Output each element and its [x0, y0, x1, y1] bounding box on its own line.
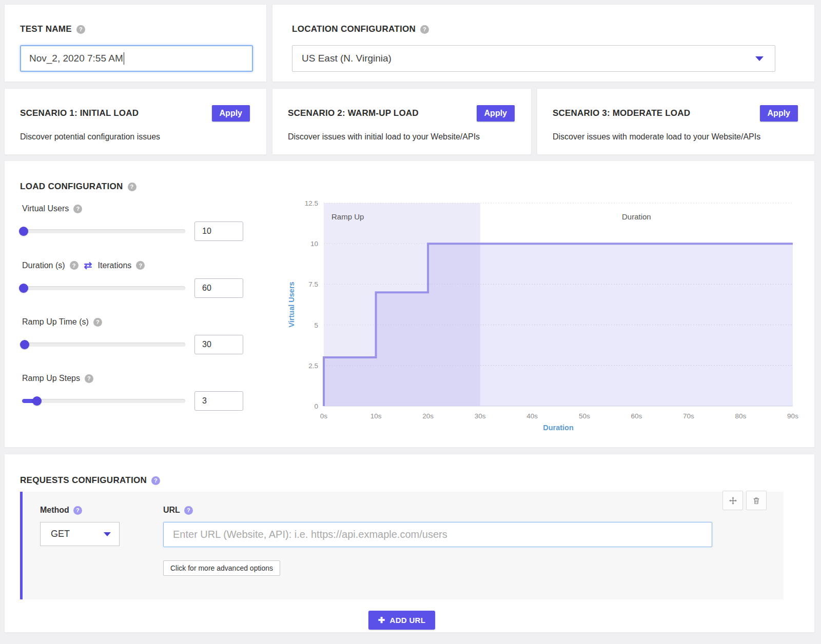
virtual-users-input[interactable] [194, 222, 243, 241]
svg-text:0s: 0s [320, 412, 328, 420]
scenario-1-card: SCENARIO 1: INITIAL LOAD Apply Discover … [4, 88, 267, 155]
ramp-up-time-group: Ramp Up Time (s) ? [22, 317, 261, 354]
requests-configuration-card: REQUESTS CONFIGURATION ? Method ? GET [4, 454, 815, 633]
scenario-3-title: SCENARIO 3: MODERATE LOAD [553, 108, 690, 118]
location-label: LOCATION CONFIGURATION [292, 24, 416, 34]
help-icon[interactable]: ? [128, 183, 136, 191]
duration-slider[interactable] [22, 284, 185, 293]
text-cursor-icon [124, 52, 125, 65]
url-label: URL [163, 506, 180, 515]
chevron-down-icon [755, 56, 764, 61]
help-icon[interactable]: ? [93, 318, 102, 327]
test-name-input[interactable]: Nov_2, 2020 7:55 AM [20, 45, 253, 72]
move-request-button[interactable] [722, 491, 743, 510]
svg-text:Duration: Duration [622, 212, 651, 221]
duration-label: Duration (s) [22, 261, 65, 270]
virtual-users-label: Virtual Users [22, 204, 69, 213]
scenario-1-apply-button[interactable]: Apply [212, 105, 250, 122]
top-row: TEST NAME ? Nov_2, 2020 7:55 AM LOCATION… [4, 4, 815, 82]
url-input[interactable] [163, 522, 712, 547]
slider-thumb[interactable] [32, 396, 42, 406]
scenario-3-apply-button[interactable]: Apply [760, 105, 798, 122]
add-url-label: ADD URL [390, 616, 426, 625]
ramp-up-time-label: Ramp Up Time (s) [22, 317, 89, 327]
requests-configuration-label: REQUESTS CONFIGURATION [20, 475, 147, 486]
svg-text:20s: 20s [422, 412, 434, 420]
ramp-up-steps-slider[interactable] [22, 396, 185, 406]
load-configuration-card: LOAD CONFIGURATION ? Virtual Users ? [4, 160, 815, 448]
help-icon[interactable]: ? [151, 476, 160, 485]
help-icon[interactable]: ? [420, 25, 429, 34]
virtual-users-slider[interactable] [22, 227, 185, 236]
delete-request-button[interactable] [746, 491, 767, 510]
duration-input[interactable] [194, 278, 243, 298]
load-configuration-label: LOAD CONFIGURATION [20, 182, 123, 192]
slider-thumb[interactable] [19, 227, 28, 236]
request-row: Method ? GET URL ? [20, 492, 784, 599]
svg-text:70s: 70s [683, 412, 694, 420]
ramp-up-steps-label: Ramp Up Steps [22, 374, 80, 383]
svg-text:40s: 40s [526, 412, 538, 420]
ramp-up-time-slider[interactable] [22, 340, 185, 349]
svg-text:Duration: Duration [543, 424, 574, 432]
method-value: GET [51, 529, 70, 539]
load-profile-chart: 02.557.51012.50s10s20s30s40s50s60s70s80s… [286, 195, 799, 437]
move-icon [729, 496, 737, 505]
ramp-up-steps-group: Ramp Up Steps ? [22, 374, 261, 411]
load-sliders: Virtual Users ? Duration (s) ? [20, 204, 261, 437]
load-test-configuration-page: TEST NAME ? Nov_2, 2020 7:55 AM LOCATION… [0, 0, 821, 633]
ramp-up-steps-input[interactable] [194, 391, 243, 411]
slider-thumb[interactable] [20, 340, 29, 349]
scenario-3-card: SCENARIO 3: MODERATE LOAD Apply Discover… [537, 88, 815, 155]
svg-text:30s: 30s [475, 412, 486, 420]
load-configuration-heading: LOAD CONFIGURATION ? [20, 182, 799, 192]
svg-text:60s: 60s [631, 412, 642, 420]
location-value: US East (N. Virginia) [302, 53, 392, 64]
add-url-button[interactable]: ✚ ADD URL [368, 611, 435, 630]
svg-text:Virtual Users: Virtual Users [287, 281, 296, 327]
requests-configuration-heading: REQUESTS CONFIGURATION ? [20, 475, 784, 486]
help-icon[interactable]: ? [76, 25, 85, 34]
test-name-label: TEST NAME [20, 24, 72, 34]
help-icon[interactable]: ? [70, 261, 79, 270]
slider-thumb[interactable] [19, 284, 28, 293]
help-icon[interactable]: ? [184, 506, 193, 515]
scenario-2-title: SCENARIO 2: WARM-UP LOAD [288, 108, 419, 118]
svg-text:2.5: 2.5 [308, 362, 318, 370]
help-icon[interactable]: ? [85, 374, 93, 383]
svg-text:Ramp Up: Ramp Up [331, 212, 364, 221]
svg-text:10: 10 [310, 240, 318, 248]
scenario-2-description: Discover issues with initial load to you… [288, 132, 515, 142]
svg-text:5: 5 [314, 321, 318, 329]
trash-icon [752, 496, 760, 505]
chart-canvas: 02.557.51012.50s10s20s30s40s50s60s70s80s… [286, 195, 799, 435]
svg-text:0: 0 [314, 402, 318, 410]
location-configuration-card: LOCATION CONFIGURATION ? US East (N. Vir… [272, 4, 815, 82]
advanced-options-button[interactable]: Click for more advanced options [163, 560, 280, 576]
swap-icon[interactable]: ⇄ [84, 260, 92, 270]
scenario-2-apply-button[interactable]: Apply [477, 105, 515, 122]
help-icon[interactable]: ? [73, 506, 82, 515]
virtual-users-group: Virtual Users ? [22, 204, 261, 241]
test-name-heading: TEST NAME ? [20, 24, 253, 34]
ramp-up-time-input[interactable] [194, 335, 243, 354]
iterations-label: Iterations [98, 261, 132, 270]
location-select[interactable]: US East (N. Virginia) [292, 45, 775, 72]
scenario-3-description: Discover issues with moderate load to yo… [553, 132, 798, 142]
test-name-card: TEST NAME ? Nov_2, 2020 7:55 AM [4, 4, 267, 82]
test-name-value: Nov_2, 2020 7:55 AM [29, 53, 123, 64]
method-select[interactable]: GET [40, 522, 120, 546]
scenario-1-title: SCENARIO 1: INITIAL LOAD [20, 108, 139, 118]
method-label: Method [40, 506, 69, 515]
chevron-down-icon [104, 532, 111, 536]
svg-text:90s: 90s [787, 412, 798, 420]
svg-text:10s: 10s [370, 412, 382, 420]
svg-text:50s: 50s [579, 412, 590, 420]
scenario-2-card: SCENARIO 2: WARM-UP LOAD Apply Discover … [272, 88, 532, 155]
scenario-row: SCENARIO 1: INITIAL LOAD Apply Discover … [4, 88, 815, 155]
location-heading: LOCATION CONFIGURATION ? [292, 24, 775, 34]
help-icon[interactable]: ? [73, 205, 82, 213]
duration-group: Duration (s) ? ⇄ Iterations ? [22, 260, 261, 298]
svg-text:7.5: 7.5 [308, 280, 318, 288]
help-icon[interactable]: ? [136, 261, 145, 270]
